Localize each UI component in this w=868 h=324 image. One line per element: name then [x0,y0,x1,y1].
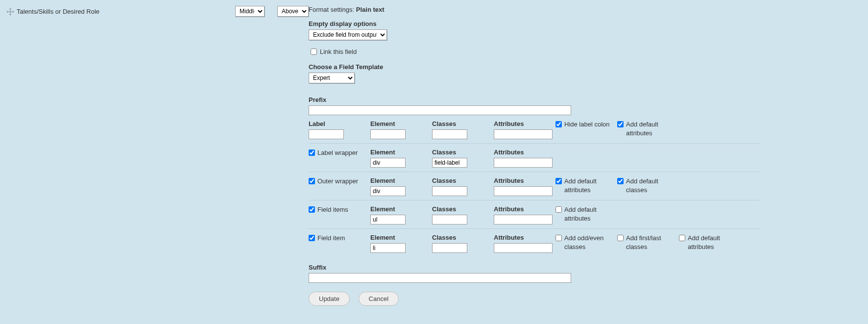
add-first-last[interactable]: Add first/last classes [617,234,673,251]
field-items-add-default-attrs-checkbox[interactable] [555,206,562,213]
add-odd-even-checkbox[interactable] [555,235,562,241]
alignment-select[interactable]: Middle [235,6,265,17]
outer-add-default-classes[interactable]: Add default classes [617,177,673,194]
field-item-attrs[interactable] [494,243,553,253]
position-select[interactable]: Above [277,6,309,17]
label-wrapper-checkbox[interactable] [309,150,315,156]
field-items-checkbox[interactable] [309,206,315,213]
outer-wrapper-attrs[interactable] [494,186,553,196]
prefix-input[interactable] [309,105,571,115]
header-element: Element [370,120,426,127]
label-classes-input[interactable] [432,129,467,139]
field-item-add-default-attrs-checkbox[interactable] [679,235,685,241]
label-wrapper-element[interactable] [370,158,406,168]
drag-handle-icon[interactable] [7,8,14,15]
outer-add-default-attrs[interactable]: Add default attributes [555,177,611,194]
header-label: Label [309,120,364,127]
label-wrapper-element-hdr: Element [370,149,426,156]
labelrow-add-default-attrs-checkbox[interactable] [617,121,624,127]
label-wrapper-attrs-hdr: Attributes [494,149,550,156]
label-input[interactable] [309,129,344,139]
outer-wrapper-element[interactable] [370,186,406,196]
field-item-add-default-attrs[interactable]: Add default attributes [679,234,735,251]
header-attributes: Attributes [494,120,550,127]
outer-add-default-classes-checkbox[interactable] [617,178,624,184]
label-wrapper-classes-hdr: Classes [432,149,488,156]
prefix-label: Prefix [309,96,863,103]
suffix-input[interactable] [309,273,571,283]
label-wrapper-toggle[interactable]: Label wrapper [309,149,364,157]
update-button[interactable]: Update [309,292,350,306]
hide-label-colon[interactable]: Hide label colon [555,120,611,129]
empty-display-label: Empty display options [309,20,863,27]
outer-add-default-attrs-checkbox[interactable] [555,178,562,184]
field-template-label: Choose a Field Template [309,63,863,71]
outer-wrapper-classes[interactable] [432,186,467,196]
outer-wrapper-checkbox[interactable] [309,178,315,184]
link-this-field-checkbox[interactable] [311,49,317,55]
format-settings-label: Format settings: [309,6,354,13]
add-first-last-checkbox[interactable] [617,235,624,241]
field-items-classes[interactable] [432,215,467,224]
label-attributes-input[interactable] [494,129,553,139]
hide-label-colon-checkbox[interactable] [555,121,562,127]
outer-wrapper-toggle[interactable]: Outer wrapper [309,177,364,186]
link-this-field-label: Link this field [320,48,357,55]
labelrow-add-default-attrs[interactable]: Add default attributes [617,120,673,137]
field-item-classes[interactable] [432,243,467,253]
field-items-add-default-attrs[interactable]: Add default attributes [555,205,611,223]
field-title: Talents/Skills or Desired Role [17,8,99,15]
field-item-checkbox[interactable] [309,235,315,241]
field-items-attrs[interactable] [494,215,553,224]
field-template-select[interactable]: Expert [309,73,355,83]
cancel-button[interactable]: Cancel [359,292,399,306]
label-wrapper-classes[interactable] [432,158,467,168]
add-odd-even[interactable]: Add odd/even classes [555,234,611,251]
format-settings-value: Plain text [356,6,385,13]
label-wrapper-attrs[interactable] [494,158,553,168]
field-item-toggle[interactable]: Field item [309,234,364,243]
field-items-element[interactable] [370,215,406,224]
empty-display-select[interactable]: Exclude field from output [309,29,387,40]
field-items-toggle[interactable]: Field items [309,205,364,214]
header-classes: Classes [432,120,488,127]
label-element-input[interactable] [370,129,406,139]
field-item-element[interactable] [370,243,406,253]
suffix-label: Suffix [309,264,863,271]
